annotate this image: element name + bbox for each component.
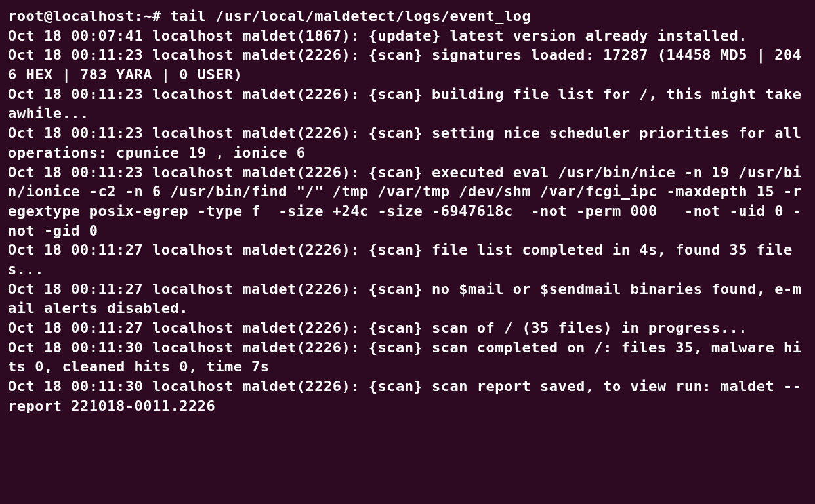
log-line: Oct 18 00:11:23 localhost maldet(2226): …: [8, 164, 802, 239]
command-text: tail /usr/local/maldetect/logs/event_log: [170, 8, 531, 24]
log-line: Oct 18 00:11:27 localhost maldet(2226): …: [8, 320, 747, 336]
log-line: Oct 18 00:11:30 localhost maldet(2226): …: [8, 339, 802, 375]
log-line: Oct 18 00:07:41 localhost maldet(1867): …: [8, 28, 747, 44]
shell-prompt: root@localhost:~#: [8, 8, 170, 24]
log-line: Oct 18 00:11:27 localhost maldet(2226): …: [8, 281, 802, 317]
terminal-output[interactable]: root@localhost:~# tail /usr/local/maldet…: [8, 7, 807, 415]
log-line: Oct 18 00:11:23 localhost maldet(2226): …: [8, 125, 810, 161]
log-line: Oct 18 00:11:23 localhost maldet(2226): …: [8, 47, 802, 83]
log-line: Oct 18 00:11:30 localhost maldet(2226): …: [8, 378, 802, 414]
log-line: Oct 18 00:11:27 localhost maldet(2226): …: [8, 242, 793, 278]
log-line: Oct 18 00:11:23 localhost maldet(2226): …: [8, 86, 810, 122]
